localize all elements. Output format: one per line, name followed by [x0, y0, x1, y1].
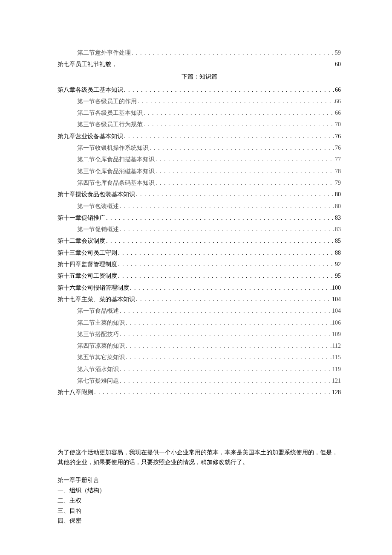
toc-leader-dots: . . . . . . . . . . . . . . . . . . . . … [119, 305, 332, 317]
toc-subentry: 第一节促销概述 . . . . . . . . . . . . . . . . … [58, 224, 341, 235]
toc-leader-dots: . . . . . . . . . . . . . . . . . . . . … [155, 177, 335, 189]
toc-leader-dots: . . . . . . . . . . . . . . . . . . . . … [137, 96, 335, 107]
toc-entry: 第十六章公司报销管理制度 . . . . . . . . . . . . . .… [58, 282, 341, 293]
toc-section-heading: 下篇：知识篇 [58, 73, 341, 81]
toc-leader-dots: . . . . . . . . . . . . . . . . . . . . … [117, 247, 335, 259]
toc-entry-label: 第十六章公司报销管理制度 [58, 282, 129, 293]
toc-entry-page: 95 [335, 270, 341, 282]
toc-entry-page: 83 [335, 224, 341, 235]
toc-entry-label: 第五节其它菜知识 [77, 352, 125, 363]
toc-entry-page: 77 [335, 154, 341, 165]
toc-entry-label: 第四节仓库食品条码基本知识 [77, 177, 155, 189]
document-page: 第二节意外事件处理 . . . . . . . . . . . . . . . … [0, 0, 392, 552]
toc-leader-dots: . . . . . . . . . . . . . . . . . . . . … [149, 142, 335, 154]
toc-entry-page: 66 [335, 96, 341, 107]
toc-entry-page: 78 [335, 166, 341, 177]
toc-entry-page: 121 [332, 375, 341, 386]
toc-entry-label: 第十八章附则 [58, 386, 93, 398]
toc-leader-dots: . . . . . . . . . . . . . . . . . . . . … [117, 270, 335, 282]
toc-subentry: 第二节意外事件处理 . . . . . . . . . . . . . . . … [58, 47, 341, 58]
toc-subentry: 第三节仓库食品消磁基本知识 . . . . . . . . . . . . . … [58, 166, 341, 177]
toc-entry-page: 106 [332, 317, 341, 328]
toc-leader-dots: . . . . . . . . . . . . . . . . . . . . … [119, 224, 335, 235]
toc-entry-label: 第一节食品概述 [77, 305, 119, 317]
toc-subentry: 第六节酒水知识 . . . . . . . . . . . . . . . . … [58, 363, 341, 375]
toc-block-after: 第八章各级员工基本知识 . . . . . . . . . . . . . . … [58, 84, 341, 398]
toc-leader-dots: . . . . . . . . . . . . . . . . . . . . … [117, 259, 335, 270]
toc-entry-label: 第二节仓库食品扫描基本知识 [77, 154, 155, 165]
toc-subentry: 第二节仓库食品扫描基本知识 . . . . . . . . . . . . . … [58, 154, 341, 165]
toc-entry-page: 83 [335, 212, 341, 224]
outline-item: 二、主权 [58, 496, 341, 506]
toc-entry-label: 第十一章促销推广 [58, 212, 105, 224]
toc-entry-label: 第二节各级员工基本知识 [77, 107, 143, 119]
toc-subentry: 第一节收银机操作系统知识 . . . . . . . . . . . . . .… [58, 142, 341, 154]
toc-subentry: 第二节各级员工基本知识 . . . . . . . . . . . . . . … [58, 107, 341, 119]
toc-entry: 第十五章公司工资制度 . . . . . . . . . . . . . . .… [58, 270, 341, 282]
toc-entry-page: 109 [332, 328, 341, 340]
toc-entry-label: 第三节搭配技巧 [77, 328, 119, 340]
toc-entry-label: 第一节各级员工的作用 [77, 96, 137, 107]
toc-entry: 第十四章监督管理制度 . . . . . . . . . . . . . . .… [58, 259, 341, 270]
toc-entry-page: 92 [335, 259, 341, 270]
toc-entry-label: 第十二章会议制度 [58, 235, 105, 247]
toc-entry-page: 66 [335, 84, 341, 96]
toc-subentry: 第一节食品概述 . . . . . . . . . . . . . . . . … [58, 305, 341, 317]
toc-entry-page: 104 [332, 293, 341, 305]
toc-leader-dots: . . . . . . . . . . . . . . . . . . . . … [143, 107, 335, 119]
toc-entry-label: 第三节仓库食品消磁基本知识 [77, 166, 155, 177]
toc-leader-dots: . . . . . . . . . . . . . . . . . . . . … [155, 166, 335, 177]
toc-entry-label: 第十五章公司工资制度 [58, 270, 117, 282]
toc-entry-label: 第七章员工礼节礼貌， [58, 58, 117, 70]
toc-entry-label: 第三节各级员工行为规范 [77, 119, 143, 130]
toc-leader-dots: . . . . . . . . . . . . . . . . . . . . … [125, 352, 332, 363]
toc-entry: 第十一章促销推广 . . . . . . . . . . . . . . . .… [58, 212, 341, 224]
toc-entry-page: 66 [335, 107, 341, 119]
chapter-outline-list: 第一章手册引言一、组织（结构）二、主权三、目的四、保密 [58, 475, 341, 526]
toc-leader-dots: . . . . . . . . . . . . . . . . . . . . … [119, 363, 332, 375]
toc-leader-dots: . . . . . . . . . . . . . . . . . . . . … [119, 200, 335, 212]
toc-entry-page: 128 [332, 386, 341, 398]
toc-entry-label: 第八章各级员工基本知识 [58, 84, 123, 96]
toc-entry-page: 119 [332, 363, 341, 375]
toc-subentry: 第一节各级员工的作用 . . . . . . . . . . . . . . .… [58, 96, 341, 107]
toc-block-before: 第二节意外事件处理 . . . . . . . . . . . . . . . … [58, 47, 341, 70]
toc-leader-dots: . . . . . . . . . . . . . . . . . . . . … [125, 317, 332, 328]
toc-entry-page: 112 [332, 340, 341, 352]
toc-leader-dots: . . . . . . . . . . . . . . . . . . . . … [105, 235, 335, 247]
outline-item: 一、组织（结构） [58, 485, 341, 496]
toc-entry-label: 第二节主菜的知识 [77, 317, 125, 328]
toc-entry-page: 60 [335, 58, 341, 70]
toc-leader-dots: . . . . . . . . . . . . . . . . . . . . … [125, 340, 332, 352]
toc-leader-dots: . . . . . . . . . . . . . . . . . . . . … [123, 131, 335, 142]
toc-entry-page: 59 [335, 47, 341, 58]
toc-subentry: 第一节包装概述 . . . . . . . . . . . . . . . . … [58, 200, 341, 212]
toc-leader-dots: . . . . . . . . . . . . . . . . . . . . … [143, 119, 335, 130]
outline-item: 四、保密 [58, 516, 341, 526]
toc-entry-label: 第二节意外事件处理 [77, 47, 131, 58]
toc-leader-dots: . . . . . . . . . . . . . . . . . . . . … [119, 328, 332, 340]
toc-leader-dots: . . . . . . . . . . . . . . . . . . . . … [131, 47, 335, 58]
toc-entry-page: 80 [335, 189, 341, 200]
toc-entry-label: 第十七章主菜、菜的基本知识 [58, 293, 135, 305]
toc-entry-page: 76 [335, 142, 341, 154]
toc-entry-label: 第十章摆设食品包装基本知识 [58, 189, 135, 200]
toc-leader-dots: . . . . . . . . . . . . . . . . . . . . … [123, 84, 335, 96]
toc-entry-label: 第一节促销概述 [77, 224, 119, 235]
toc-entry-label: 第一节收银机操作系统知识 [77, 142, 149, 154]
toc-entry-page: 88 [335, 247, 341, 259]
toc-entry: 第十三章公司员工守则 . . . . . . . . . . . . . . .… [58, 247, 341, 259]
toc-leader-dots: . . . . . . . . . . . . . . . . . . . . … [129, 282, 332, 293]
toc-subentry: 第五节其它菜知识 . . . . . . . . . . . . . . . .… [58, 352, 341, 363]
toc-entry-label: 第七节疑难问题 [77, 375, 119, 386]
toc-entry: 第十七章主菜、菜的基本知识 . . . . . . . . . . . . . … [58, 293, 341, 305]
outline-item: 三、目的 [58, 506, 341, 516]
toc-entry-page: 115 [332, 352, 341, 363]
toc-leader-dots: . . . . . . . . . . . . . . . . . . . . … [155, 154, 335, 165]
paragraph-text: 为了使这个活动更加容易，我现在提供一个小企业常用的范本，本来是美国本土的加盟系统… [58, 447, 341, 468]
toc-entry-label: 第四节凉菜的知识 [77, 340, 125, 352]
toc-entry-page: 85 [335, 235, 341, 247]
toc-entry-page: 100 [332, 282, 341, 293]
toc-entry: 第十二章会议制度 . . . . . . . . . . . . . . . .… [58, 235, 341, 247]
toc-subentry: 第三节搭配技巧 . . . . . . . . . . . . . . . . … [58, 328, 341, 340]
